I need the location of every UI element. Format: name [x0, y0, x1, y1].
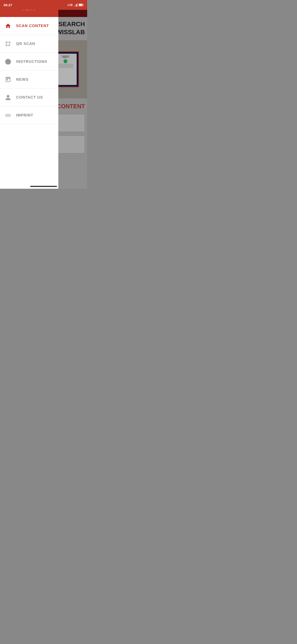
info-icon — [4, 58, 12, 65]
status-icons: LTE — [67, 3, 84, 7]
menu-item-imprint[interactable]: IMPRINT — [0, 106, 58, 124]
status-time: 09:27 — [3, 3, 12, 7]
imprint-label: IMPRINT — [16, 113, 33, 118]
qr-scan-label: QR SCAN — [16, 42, 35, 46]
menu-item-instructions[interactable]: INSTRUCTIONS — [0, 53, 58, 71]
link-icon — [4, 112, 12, 119]
menu-item-scan-content[interactable]: SCAN CONTENT — [0, 17, 58, 35]
signal-icon — [74, 3, 77, 6]
news-label: NEWS — [16, 77, 28, 82]
menu-empty-area — [0, 124, 58, 189]
battery-icon — [79, 4, 84, 6]
menu-drawer: ✕ MENU SCAN CONTENT QR SCAN — [0, 0, 58, 189]
menu-item-news[interactable]: NEWS — [0, 71, 58, 88]
calendar-icon — [4, 76, 12, 83]
person-icon — [4, 94, 12, 101]
scan-content-label: SCAN CONTENT — [16, 24, 49, 28]
svg-marker-1 — [75, 4, 76, 6]
home-icon — [4, 22, 12, 30]
instructions-label: INSTRUCTIONS — [16, 60, 47, 64]
svg-marker-2 — [74, 5, 75, 6]
lte-icon: LTE — [67, 3, 73, 7]
svg-marker-0 — [76, 3, 77, 6]
menu-items-list: SCAN CONTENT QR SCAN INSTRUCTIONS — [0, 17, 58, 124]
menu-item-qr-scan[interactable]: QR SCAN — [0, 35, 58, 53]
menu-item-contact-us[interactable]: CONTACT US — [0, 88, 58, 106]
qr-icon — [4, 40, 12, 48]
status-bar: 09:27 LTE — [0, 0, 87, 10]
home-indicator — [30, 186, 57, 187]
svg-rect-5 — [83, 4, 84, 5]
svg-rect-4 — [79, 4, 82, 6]
contact-us-label: CONTACT US — [16, 95, 43, 100]
